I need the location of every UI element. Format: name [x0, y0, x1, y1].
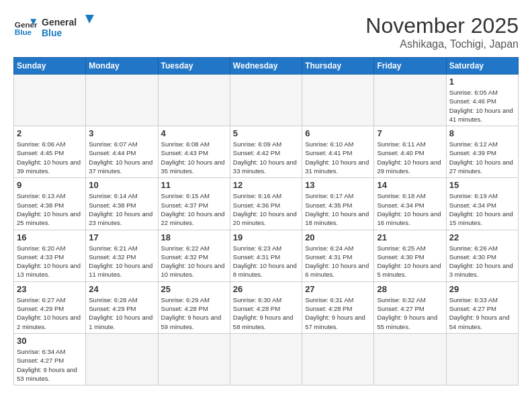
day-number: 16 [17, 232, 83, 242]
page-header: General Blue General Blue November 2025 … [13, 13, 519, 50]
day-info: Sunrise: 6:32 AM Sunset: 4:27 PM Dayligh… [377, 295, 443, 331]
day-number: 17 [89, 232, 154, 242]
day-info: Sunrise: 6:07 AM Sunset: 4:44 PM Dayligh… [89, 140, 154, 175]
day-info: Sunrise: 6:19 AM Sunset: 4:34 PM Dayligh… [449, 191, 515, 227]
day-number: 27 [305, 284, 371, 294]
day-info: Sunrise: 6:14 AM Sunset: 4:38 PM Dayligh… [89, 191, 154, 227]
day-info: Sunrise: 6:20 AM Sunset: 4:33 PM Dayligh… [17, 244, 83, 279]
day-number: 22 [449, 232, 515, 242]
day-info: Sunrise: 6:17 AM Sunset: 4:35 PM Dayligh… [305, 191, 371, 227]
calendar-cell: 16Sunrise: 6:20 AM Sunset: 4:33 PM Dayli… [14, 230, 86, 281]
day-info: Sunrise: 6:10 AM Sunset: 4:41 PM Dayligh… [305, 140, 371, 175]
day-number: 11 [161, 180, 227, 190]
calendar-cell: 15Sunrise: 6:19 AM Sunset: 4:34 PM Dayli… [446, 178, 518, 230]
day-number: 6 [305, 128, 371, 138]
day-number: 26 [233, 284, 299, 294]
day-number: 5 [233, 128, 299, 138]
calendar-cell [302, 75, 374, 126]
logo-full: General Blue [42, 13, 95, 39]
calendar-cell: 20Sunrise: 6:24 AM Sunset: 4:31 PM Dayli… [302, 230, 374, 281]
day-info: Sunrise: 6:27 AM Sunset: 4:29 PM Dayligh… [17, 295, 83, 331]
calendar-header: SundayMondayTuesdayWednesdayThursdayFrid… [14, 58, 519, 75]
day-number: 21 [377, 232, 443, 242]
svg-text:Blue: Blue [15, 28, 32, 36]
calendar-week-4: 16Sunrise: 6:20 AM Sunset: 4:33 PM Dayli… [14, 230, 519, 281]
calendar-cell: 11Sunrise: 6:15 AM Sunset: 4:37 PM Dayli… [158, 178, 230, 230]
calendar-cell [14, 75, 86, 126]
calendar-week-3: 9Sunrise: 6:13 AM Sunset: 4:38 PM Daylig… [14, 178, 519, 230]
calendar-cell: 21Sunrise: 6:25 AM Sunset: 4:30 PM Dayli… [374, 230, 446, 281]
day-info: Sunrise: 6:09 AM Sunset: 4:42 PM Dayligh… [233, 140, 299, 175]
day-info: Sunrise: 6:30 AM Sunset: 4:28 PM Dayligh… [233, 295, 299, 331]
day-number: 15 [449, 180, 515, 190]
day-number: 2 [17, 128, 83, 138]
calendar-cell: 6Sunrise: 6:10 AM Sunset: 4:41 PM Daylig… [302, 126, 374, 178]
calendar-cell: 3Sunrise: 6:07 AM Sunset: 4:44 PM Daylig… [86, 126, 158, 178]
calendar-cell: 2Sunrise: 6:06 AM Sunset: 4:45 PM Daylig… [14, 126, 86, 178]
calendar-cell [374, 75, 446, 126]
day-info: Sunrise: 6:31 AM Sunset: 4:28 PM Dayligh… [305, 295, 371, 331]
day-info: Sunrise: 6:29 AM Sunset: 4:28 PM Dayligh… [161, 295, 227, 331]
day-number: 13 [305, 180, 371, 190]
logo: General Blue General Blue [13, 13, 95, 39]
calendar-cell: 24Sunrise: 6:28 AM Sunset: 4:29 PM Dayli… [86, 281, 158, 333]
day-number: 9 [17, 180, 83, 190]
calendar-cell [230, 333, 302, 385]
calendar-cell: 9Sunrise: 6:13 AM Sunset: 4:38 PM Daylig… [14, 178, 86, 230]
day-header-wednesday: Wednesday [230, 58, 302, 75]
svg-text:General: General [42, 17, 77, 28]
calendar-cell [158, 333, 230, 385]
day-number: 4 [161, 128, 227, 138]
calendar-cell: 7Sunrise: 6:11 AM Sunset: 4:40 PM Daylig… [374, 126, 446, 178]
day-info: Sunrise: 6:24 AM Sunset: 4:31 PM Dayligh… [305, 244, 371, 279]
calendar-cell: 14Sunrise: 6:18 AM Sunset: 4:34 PM Dayli… [374, 178, 446, 230]
calendar-cell: 8Sunrise: 6:12 AM Sunset: 4:39 PM Daylig… [446, 126, 518, 178]
calendar-cell: 22Sunrise: 6:26 AM Sunset: 4:30 PM Dayli… [446, 230, 518, 281]
day-header-friday: Friday [374, 58, 446, 75]
day-number: 24 [89, 284, 154, 294]
calendar-cell: 30Sunrise: 6:34 AM Sunset: 4:27 PM Dayli… [14, 333, 86, 385]
day-info: Sunrise: 6:23 AM Sunset: 4:31 PM Dayligh… [233, 244, 299, 279]
day-number: 14 [377, 180, 443, 190]
calendar-table: SundayMondayTuesdayWednesdayThursdayFrid… [13, 57, 519, 385]
day-number: 1 [449, 77, 515, 87]
day-number: 7 [377, 128, 443, 138]
title-block: November 2025 Ashikaga, Tochigi, Japan [365, 13, 519, 50]
calendar-cell: 10Sunrise: 6:14 AM Sunset: 4:38 PM Dayli… [86, 178, 158, 230]
calendar-cell: 25Sunrise: 6:29 AM Sunset: 4:28 PM Dayli… [158, 281, 230, 333]
day-info: Sunrise: 6:13 AM Sunset: 4:38 PM Dayligh… [17, 191, 83, 227]
day-info: Sunrise: 6:12 AM Sunset: 4:39 PM Dayligh… [449, 140, 515, 175]
day-number: 25 [161, 284, 227, 294]
calendar-cell [86, 75, 158, 126]
calendar-cell [446, 333, 518, 385]
calendar-cell: 1Sunrise: 6:05 AM Sunset: 4:46 PM Daylig… [446, 75, 518, 126]
day-number: 8 [449, 128, 515, 138]
day-info: Sunrise: 6:26 AM Sunset: 4:30 PM Dayligh… [449, 244, 515, 279]
day-number: 18 [161, 232, 227, 242]
day-header-thursday: Thursday [302, 58, 374, 75]
day-info: Sunrise: 6:25 AM Sunset: 4:30 PM Dayligh… [377, 244, 443, 279]
day-number: 29 [449, 284, 515, 294]
svg-marker-5 [85, 15, 94, 24]
day-number: 19 [233, 232, 299, 242]
calendar-week-1: 1Sunrise: 6:05 AM Sunset: 4:46 PM Daylig… [14, 75, 519, 126]
day-info: Sunrise: 6:06 AM Sunset: 4:45 PM Dayligh… [17, 140, 83, 175]
day-number: 23 [17, 284, 83, 294]
day-number: 20 [305, 232, 371, 242]
day-info: Sunrise: 6:34 AM Sunset: 4:27 PM Dayligh… [17, 347, 83, 383]
day-info: Sunrise: 6:16 AM Sunset: 4:36 PM Dayligh… [233, 191, 299, 227]
day-number: 12 [233, 180, 299, 190]
calendar-week-2: 2Sunrise: 6:06 AM Sunset: 4:45 PM Daylig… [14, 126, 519, 178]
day-info: Sunrise: 6:11 AM Sunset: 4:40 PM Dayligh… [377, 140, 443, 175]
calendar-cell: 13Sunrise: 6:17 AM Sunset: 4:35 PM Dayli… [302, 178, 374, 230]
day-info: Sunrise: 6:15 AM Sunset: 4:37 PM Dayligh… [161, 191, 227, 227]
day-header-tuesday: Tuesday [158, 58, 230, 75]
calendar-cell: 17Sunrise: 6:21 AM Sunset: 4:32 PM Dayli… [86, 230, 158, 281]
calendar-cell [302, 333, 374, 385]
day-header-saturday: Saturday [446, 58, 518, 75]
calendar-cell: 19Sunrise: 6:23 AM Sunset: 4:31 PM Dayli… [230, 230, 302, 281]
day-header-sunday: Sunday [14, 58, 86, 75]
day-info: Sunrise: 6:05 AM Sunset: 4:46 PM Dayligh… [449, 88, 515, 124]
calendar-week-6: 30Sunrise: 6:34 AM Sunset: 4:27 PM Dayli… [14, 333, 519, 385]
calendar-cell: 12Sunrise: 6:16 AM Sunset: 4:36 PM Dayli… [230, 178, 302, 230]
